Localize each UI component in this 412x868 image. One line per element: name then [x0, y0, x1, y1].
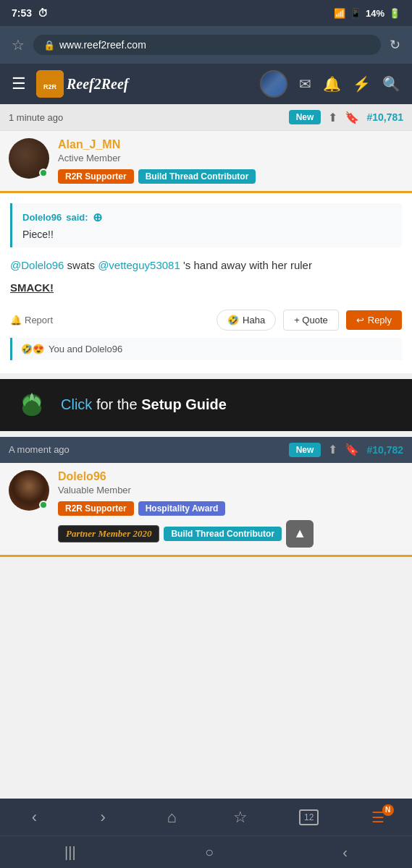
lightning-icon[interactable]: ⚡: [353, 75, 371, 93]
battery-icon: 🔋: [389, 8, 400, 19]
status-clock-icon: ⏱: [38, 7, 48, 19]
nav-home-button[interactable]: ⌂: [150, 801, 193, 833]
quote-button[interactable]: + Quote: [283, 310, 339, 331]
post-1-user-info: Alan_J_MN Active Member R2R Supporter Bu…: [0, 131, 412, 193]
post-2-hospitality-badge: Hospitality Award: [138, 501, 226, 516]
logo-area[interactable]: R2R Reef2Reef: [36, 70, 129, 98]
post-2-partner-badge: Partner Member 2020: [58, 525, 159, 542]
post-2-header-bar: A moment ago New ⬆ 🔖 #10,782: [0, 437, 412, 463]
wifi-icon: 📶: [334, 8, 345, 19]
post-2-time: A moment ago: [9, 444, 70, 455]
ad-bold-text: Setup Guide: [141, 396, 227, 412]
reaction-emojis: 🤣😍: [21, 344, 44, 354]
post-1-quote-block: Dolelo96 said: ⊕ Piece!!: [10, 203, 402, 247]
haha-button[interactable]: 🤣 Haha: [216, 310, 276, 331]
post-1-smack: SMACK!: [10, 281, 402, 294]
reply-icon: ↩: [356, 315, 364, 326]
post-1-quote-author[interactable]: Dolelo96: [22, 212, 62, 223]
nav-menu-button[interactable]: ☰ N: [356, 801, 400, 833]
post-1-build-badge: Build Thread Contributor: [138, 169, 256, 184]
status-bar: 7:53 ⏱ 📶 📱 14% 🔋: [0, 0, 412, 26]
post-2-badge-row: R2R Supporter Hospitality Award: [58, 501, 403, 516]
post-2-user-details: Dolelo96 Valuable Member R2R Supporter H…: [58, 470, 403, 548]
nav-tabs-button[interactable]: 12: [287, 801, 331, 833]
post-1: 1 minute ago New ⬆ 🔖 #10,781 Alan_J_MN A…: [0, 104, 412, 373]
post-1-actions: 🔔 Report 🤣 Haha + Quote ↩ Reply: [10, 304, 402, 338]
scroll-top-button[interactable]: ▲: [286, 520, 314, 548]
ad-text: Click for the Setup Guide: [61, 396, 227, 413]
post-2-username[interactable]: Dolelo96: [58, 470, 403, 483]
app-header: ☰ R2R Reef2Reef ✉ 🔔 ⚡ 🔍: [0, 64, 412, 104]
mail-icon[interactable]: ✉: [299, 75, 311, 93]
post-2-bookmark-icon[interactable]: 🔖: [345, 443, 359, 456]
post-2-online-indicator: [39, 501, 48, 509]
android-menu-button[interactable]: |||: [64, 844, 76, 861]
post-1-mention-vetteguy[interactable]: @vetteguy53081: [98, 259, 180, 271]
post-2-user-info: Dolelo96 Valuable Member R2R Supporter H…: [0, 463, 412, 557]
post-1-mention-dolelo[interactable]: @Dolelo96: [10, 259, 64, 271]
post-1-badge-row: R2R Supporter Build Thread Contributor: [58, 169, 403, 184]
post-2-new-badge: New: [289, 443, 321, 457]
lock-icon: 🔒: [43, 40, 55, 51]
android-home-button[interactable]: ○: [205, 844, 214, 861]
reload-icon[interactable]: ↻: [390, 37, 400, 53]
ad-rest-text: for the: [96, 396, 141, 412]
post-1-online-indicator: [39, 169, 48, 177]
nav-star-button[interactable]: ☆: [219, 801, 262, 833]
post-1-header-bar: 1 minute ago New ⬆ 🔖 #10,781: [0, 104, 412, 131]
bell-report-icon: 🔔: [10, 315, 22, 326]
post-1-user-details: Alan_J_MN Active Member R2R Supporter Bu…: [58, 138, 403, 184]
hamburger-menu-icon[interactable]: ☰: [12, 75, 26, 93]
post-1-reactions-bar: 🤣😍 You and Dolelo96: [10, 338, 402, 360]
ad-logo: [14, 388, 49, 422]
post-1-time: 1 minute ago: [9, 112, 63, 123]
post-1-bookmark-icon[interactable]: 🔖: [345, 111, 359, 124]
reaction-text: You and Dolelo96: [49, 344, 122, 354]
post-2-build-badge: Build Thread Contributor: [164, 527, 282, 541]
search-icon[interactable]: 🔍: [382, 75, 400, 93]
android-back-button[interactable]: ‹: [342, 844, 348, 861]
post-1-quote-header: Dolelo96 said: ⊕: [22, 210, 392, 224]
post-1-user-role: Active Member: [58, 153, 403, 163]
post-1-text-end: 's hand away with her ruler: [183, 259, 312, 271]
post-1-quote-text: Piece!!: [22, 229, 392, 240]
status-time: 7:53: [12, 7, 32, 19]
reply-button[interactable]: ↩ Reply: [346, 310, 402, 330]
nav-back-button[interactable]: ‹: [12, 801, 56, 833]
haha-emoji: 🤣: [227, 315, 239, 326]
post-2: A moment ago New ⬆ 🔖 #10,782 Dolelo96 Va…: [0, 437, 412, 557]
android-nav-bar: ||| ○ ‹: [0, 836, 412, 868]
bookmark-star-icon[interactable]: ☆: [12, 36, 25, 54]
post-2-user-role: Valuable Member: [58, 485, 403, 495]
svg-text:R2R: R2R: [43, 83, 57, 90]
post-1-main-text: @Dolelo96 swats @vetteguy53081 's hand a…: [10, 258, 402, 274]
post-2-avatar-wrap: [9, 470, 49, 511]
nav-forward-button[interactable]: ›: [81, 801, 125, 833]
post-1-share-icon[interactable]: ⬆: [328, 111, 337, 124]
post-1-username[interactable]: Alan_J_MN: [58, 138, 403, 151]
signal-icon: 📱: [350, 8, 361, 19]
post-1-quote-expand-icon[interactable]: ⊕: [93, 210, 102, 224]
ad-click-text: Click: [61, 396, 92, 412]
post-1-quote-said: said:: [66, 212, 88, 223]
post-2-badge-row-2: Partner Member 2020 Build Thread Contrib…: [58, 520, 403, 548]
app-logo-text: Reef2Reef: [67, 76, 129, 93]
browser-nav-bar: ‹ › ⌂ ☆ 12 ☰ N: [0, 799, 412, 836]
post-2-share-icon[interactable]: ⬆: [328, 443, 337, 456]
post-1-number: #10,781: [366, 111, 403, 123]
url-bar[interactable]: 🔒 www.reef2reef.com: [33, 35, 381, 55]
bell-icon[interactable]: 🔔: [323, 75, 341, 93]
battery-level: 14%: [366, 8, 384, 19]
bottom-nav: ‹ › ⌂ ☆ 12 ☰ N ||| ○ ‹: [0, 799, 412, 868]
post-2-r2r-badge: R2R Supporter: [58, 501, 134, 516]
url-text: www.reef2reef.com: [59, 39, 146, 51]
post-1-content: Dolelo96 said: ⊕ Piece!! @Dolelo96 swats…: [0, 193, 412, 373]
ad-banner[interactable]: Click for the Setup Guide: [0, 379, 412, 431]
post-1-r2r-badge: R2R Supporter: [58, 169, 134, 184]
user-avatar-header[interactable]: [260, 70, 287, 98]
post-1-avatar-wrap: [9, 138, 49, 179]
logo-icon: R2R: [36, 70, 64, 98]
nav-badge: N: [382, 804, 394, 816]
post-1-text-content: swats: [67, 259, 98, 271]
post-1-report[interactable]: 🔔 Report: [10, 315, 53, 326]
